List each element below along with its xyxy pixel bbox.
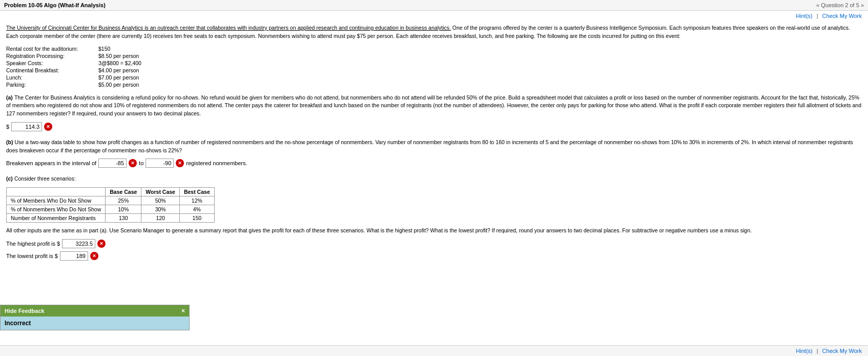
cost-row-0: Rental cost for the auditorium: $150 — [6, 46, 862, 52]
cost-value-2: 3@$800 = $2,400 — [98, 60, 141, 66]
intro-underlined: The University of Cincinnati Center for … — [6, 25, 451, 31]
scenario-col-header-2: Worst Case — [141, 188, 180, 196]
part-b-section: (b) Use a two-way data table to show how… — [6, 139, 862, 168]
feedback-popup: Hide Feedback × Incorrect — [0, 305, 190, 330]
cost-value-3: $4.00 per person — [98, 67, 139, 73]
part-c-section: (c) Consider three scenarios: Base Case … — [6, 175, 862, 261]
lowest-profit-row: The lowest profit is $ ✕ — [6, 251, 862, 261]
cost-row-4: Lunch: $7.00 per person — [6, 74, 862, 81]
cost-value-0: $150 — [98, 46, 110, 52]
highest-profit-prefix: The highest profit is $ — [6, 241, 60, 247]
breakeven-suffix: registered nonmembers. — [186, 160, 247, 166]
lowest-profit-error[interactable]: ✕ — [90, 252, 98, 260]
breakeven-input-2[interactable] — [146, 159, 174, 168]
cost-label-3: Continental Breakfast: — [6, 67, 98, 73]
cost-row-3: Continental Breakfast: $4.00 per person — [6, 67, 862, 73]
part-b-label: (b) — [6, 139, 13, 145]
cost-row-5: Parking: $5.00 per person — [6, 82, 862, 88]
feedback-status: Incorrect — [5, 320, 31, 327]
scenario-row-0: % of Members Who Do Not Show 25% 50% 12% — [7, 196, 215, 205]
scenario-row-1: % of Nonmembers Who Do Not Show 10% 30% … — [7, 205, 215, 214]
feedback-close-button[interactable]: × — [181, 307, 185, 314]
cost-row-1: Registration Processing: $8.50 per perso… — [6, 53, 862, 59]
feedback-body: Incorrect — [1, 317, 189, 330]
cost-value-5: $5.00 per person — [98, 82, 139, 88]
part-c-label: (c) — [6, 175, 13, 182]
scenario-row-0-worst: 50% — [141, 196, 180, 205]
part-a-dollar: $ — [6, 124, 9, 130]
part-a-section: (a) The Center for Business Analytics is… — [6, 94, 862, 131]
scenario-row-0-label: % of Members Who Do Not Show — [7, 196, 106, 205]
lowest-profit-prefix: The lowest profit is $ — [6, 253, 58, 259]
scenario-row-0-best: 12% — [179, 196, 214, 205]
cost-value-1: $8.50 per person — [98, 53, 139, 59]
cost-label-2: Speaker Costs: — [6, 60, 98, 66]
hint-link-top[interactable]: Hint(s) — [796, 13, 812, 19]
bottom-bar: Hint(s) | Check My Work — [0, 345, 868, 356]
highest-profit-input[interactable] — [62, 239, 95, 248]
part-a-answer-row: $ ✕ — [6, 122, 862, 131]
scenario-row-2-base: 130 — [106, 214, 141, 223]
cost-label-5: Parking: — [6, 82, 98, 88]
cost-label-0: Rental cost for the auditorium: — [6, 46, 98, 52]
main-content: The University of Cincinnati Center for … — [0, 21, 868, 299]
part-a-error-icon[interactable]: ✕ — [44, 123, 52, 131]
scenario-col-header-3: Best Case — [179, 188, 214, 196]
question-nav: « Question 2 of 5 » — [816, 2, 864, 8]
check-work-button-bottom[interactable]: Check My Work — [822, 348, 862, 354]
scenario-row-2-worst: 120 — [141, 214, 180, 223]
cost-label-4: Lunch: — [6, 74, 98, 81]
feedback-header: Hide Feedback × — [1, 305, 189, 317]
part-a-input[interactable] — [11, 122, 42, 131]
part-a-text: The Center for Business Analytics is con… — [6, 94, 861, 117]
hint-link-bottom[interactable]: Hint(s) — [796, 348, 812, 354]
scenario-description: All other inputs are the same as in part… — [6, 227, 862, 235]
scenario-row-1-worst: 30% — [141, 205, 180, 214]
scenario-col-header-1: Base Case — [106, 188, 141, 196]
part-c-intro: Consider three scenarios: — [14, 175, 76, 182]
top-bar: Problem 10-05 Algo (What-If Analysis) « … — [0, 0, 868, 11]
breakeven-input-1[interactable] — [98, 159, 127, 168]
breakeven-row: Breakeven appears in the interval of ✕ t… — [6, 159, 862, 168]
highest-profit-error[interactable]: ✕ — [97, 240, 106, 248]
top-links: Hint(s) | Check My Work — [0, 11, 868, 21]
scenario-row-0-base: 25% — [106, 196, 141, 205]
check-work-link-top[interactable]: Check My Work — [822, 13, 862, 19]
scenario-row-2-best: 150 — [179, 214, 214, 223]
lowest-profit-input[interactable] — [60, 251, 88, 261]
cost-table: Rental cost for the auditorium: $150 Reg… — [6, 46, 862, 88]
cost-row-2: Speaker Costs: 3@$800 = $2,400 — [6, 60, 862, 66]
scenario-row-1-base: 10% — [106, 205, 141, 214]
breakeven-error-1[interactable]: ✕ — [129, 159, 137, 167]
cost-label-1: Registration Processing: — [6, 53, 98, 59]
scenario-row-2-label: Number of Nonmember Registrants — [7, 214, 106, 223]
part-b-text: Use a two-way data table to show how pro… — [6, 139, 853, 153]
feedback-title: Hide Feedback — [5, 308, 45, 314]
scenario-row-2: Number of Nonmember Registrants 130 120 … — [7, 214, 215, 223]
scenario-col-header-0 — [7, 188, 106, 196]
scenario-table: Base Case Worst Case Best Case % of Memb… — [6, 187, 215, 223]
to-label: to — [139, 160, 143, 166]
breakeven-prefix: Breakeven appears in the interval of — [6, 160, 96, 166]
intro-paragraph: The University of Cincinnati Center for … — [6, 24, 862, 41]
scenario-row-1-best: 4% — [179, 205, 214, 214]
scenario-row-1-label: % of Nonmembers Who Do Not Show — [7, 205, 106, 214]
page-title: Problem 10-05 Algo (What-If Analysis) — [4, 2, 106, 8]
breakeven-error-2[interactable]: ✕ — [176, 159, 184, 167]
cost-value-4: $7.00 per person — [98, 74, 139, 81]
highest-profit-row: The highest profit is $ ✕ — [6, 239, 862, 248]
part-a-label: (a) — [6, 94, 13, 101]
